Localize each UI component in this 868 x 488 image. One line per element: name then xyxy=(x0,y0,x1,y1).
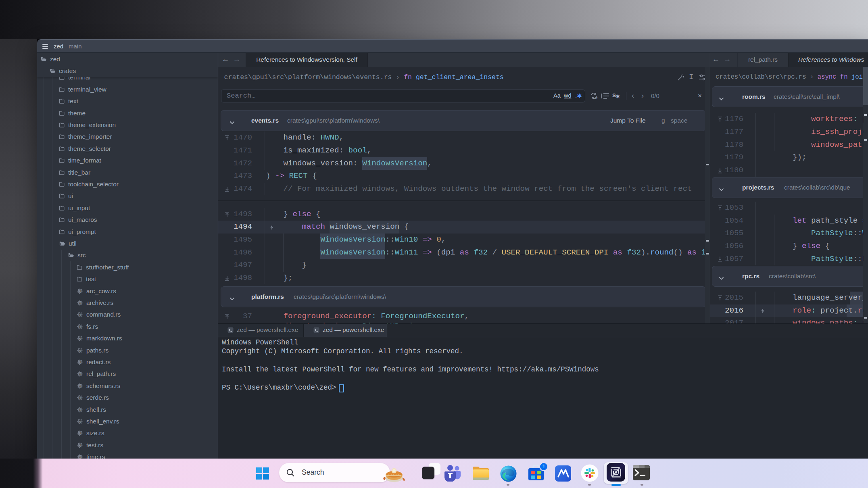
svg-text:R: R xyxy=(79,301,81,305)
svg-text:R: R xyxy=(79,408,81,411)
svg-text:R: R xyxy=(79,432,81,435)
svg-text:R: R xyxy=(79,348,81,352)
svg-text:R: R xyxy=(595,96,598,100)
svg-text:R: R xyxy=(79,443,81,447)
svg-text:R: R xyxy=(79,384,81,388)
svg-text:R: R xyxy=(79,313,81,317)
svg-text:R: R xyxy=(79,337,81,340)
svg-text:R: R xyxy=(79,372,81,376)
svg-text:R: R xyxy=(79,455,81,459)
svg-text:R: R xyxy=(79,325,81,328)
svg-text:R: R xyxy=(79,396,81,400)
svg-text:R: R xyxy=(79,361,81,364)
svg-text:R: R xyxy=(79,289,81,293)
svg-text:R: R xyxy=(79,420,81,423)
